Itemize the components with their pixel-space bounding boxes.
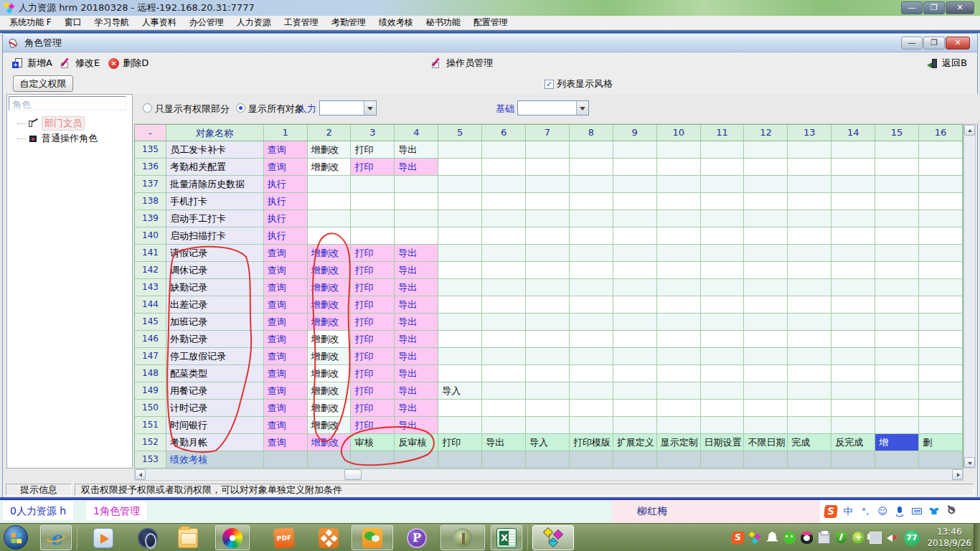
horizontal-scrollbar[interactable]	[134, 468, 963, 481]
permission-cell-col8[interactable]	[570, 365, 613, 382]
permission-cell-col10[interactable]	[657, 210, 701, 227]
permission-cell-col8[interactable]	[570, 262, 613, 279]
permission-cell-col16[interactable]	[919, 279, 963, 296]
permission-cell-col3[interactable]: 审核	[351, 434, 395, 451]
permission-cell-col10[interactable]	[657, 193, 701, 210]
permission-cell-col1[interactable]: 查询	[264, 314, 308, 331]
menu-item-1[interactable]: 系统功能 F	[3, 15, 58, 30]
permission-cell-col3[interactable]: 打印	[351, 296, 395, 314]
object-name-cell[interactable]: 出差记录	[166, 296, 264, 314]
permission-cell-col13[interactable]	[788, 245, 831, 262]
row-number-cell[interactable]: 141	[135, 245, 166, 262]
permission-cell-col11[interactable]	[701, 451, 745, 468]
scroll-right-arrow[interactable]	[952, 469, 963, 480]
row-number-cell[interactable]: 142	[135, 262, 166, 279]
permission-cell-col11[interactable]	[701, 331, 745, 348]
permission-cell-col16[interactable]	[919, 314, 963, 331]
permission-cell-col6[interactable]	[482, 210, 526, 227]
permission-cell-col8[interactable]	[570, 210, 613, 227]
permission-cell-col5[interactable]: 导入	[438, 382, 482, 400]
tree-item-label[interactable]: 部门文员	[42, 116, 85, 131]
permission-cell-col8[interactable]	[570, 176, 613, 193]
add-button[interactable]: + 新增A	[9, 55, 57, 72]
permission-cell-col5[interactable]	[438, 245, 482, 262]
permission-cell-col7[interactable]	[526, 296, 570, 314]
permission-cell-col12[interactable]	[744, 314, 788, 331]
permission-cell-col9[interactable]	[613, 451, 657, 468]
permission-cell-col3[interactable]: 打印	[351, 279, 395, 296]
permission-cell-col7[interactable]	[526, 262, 570, 279]
permission-cell-col13[interactable]	[788, 210, 831, 227]
permission-cell-col16[interactable]	[919, 400, 963, 417]
permission-cell-col16[interactable]	[919, 159, 963, 176]
radio-show-all-objects-label[interactable]: 显示所有对象	[248, 103, 304, 116]
object-name-cell[interactable]: 调休记录	[166, 262, 264, 279]
permission-cell-col5[interactable]	[438, 348, 482, 365]
row-number-cell[interactable]: 146	[135, 331, 166, 348]
permission-cell-col11[interactable]	[701, 296, 745, 314]
permission-cell-col10[interactable]	[657, 279, 701, 296]
row-number-cell[interactable]: 143	[135, 279, 166, 296]
permission-cell-col12[interactable]	[744, 382, 788, 400]
object-name-cell[interactable]: 缺勤记录	[166, 279, 264, 296]
menu-item-3[interactable]: 学习导航	[88, 15, 136, 30]
permission-cell-col1[interactable]: 查询	[264, 279, 308, 296]
permission-cell-col15[interactable]	[875, 227, 919, 245]
row-number-cell[interactable]: 144	[135, 296, 166, 314]
permission-cell-col1[interactable]: 查询	[264, 262, 308, 279]
child-close-button[interactable]: ✕	[946, 37, 970, 50]
permission-cell-col11[interactable]	[701, 210, 745, 227]
permission-cell-col11[interactable]	[701, 400, 745, 417]
notification-bell-icon[interactable]	[766, 532, 778, 544]
permission-cell-col14[interactable]	[831, 245, 875, 262]
permission-cell-col7[interactable]	[526, 365, 570, 382]
object-name-cell[interactable]: 计时记录	[166, 400, 264, 417]
permission-cell-col12[interactable]	[744, 365, 788, 382]
object-name-cell[interactable]: 考勤月帐	[166, 434, 264, 451]
permission-cell-col4[interactable]: 导出	[395, 400, 438, 417]
wrench-settings-icon[interactable]	[945, 505, 958, 518]
permission-cell-col8[interactable]	[570, 193, 613, 210]
permission-cell-col16[interactable]	[919, 245, 963, 262]
object-name-cell[interactable]: 外勤记录	[166, 331, 264, 348]
permission-cell-col13[interactable]	[788, 227, 831, 245]
permission-cell-col5[interactable]	[438, 193, 482, 210]
row-number-cell[interactable]: 136	[135, 159, 166, 176]
permission-cell-col15[interactable]	[875, 141, 919, 159]
menu-item-2[interactable]: 窗口	[58, 15, 88, 30]
permission-cell-col10[interactable]	[657, 227, 701, 245]
permission-cell-col15[interactable]	[875, 314, 919, 331]
permission-cell-col2[interactable]	[308, 210, 352, 227]
modify-button[interactable]: 修改E	[57, 55, 104, 72]
permission-cell-col16[interactable]	[919, 227, 963, 245]
start-button[interactable]	[4, 525, 28, 550]
permission-cell-col13[interactable]	[788, 417, 831, 434]
permission-cell-col12[interactable]	[744, 245, 788, 262]
row-number-cell[interactable]: 138	[135, 193, 166, 210]
menu-item-11[interactable]: 配置管理	[467, 15, 514, 30]
return-button[interactable]: 返回B	[923, 55, 971, 72]
permission-cell-col7[interactable]: 导入	[526, 434, 570, 451]
row-number-cell[interactable]: 152	[135, 434, 166, 451]
permission-cell-col1[interactable]: 查询	[264, 245, 308, 262]
permission-cell-col6[interactable]	[482, 296, 526, 314]
permission-cell-col13[interactable]	[788, 400, 831, 417]
row-number-cell[interactable]: 137	[135, 176, 166, 193]
permission-cell-col15[interactable]	[875, 331, 919, 348]
permission-cell-col6[interactable]	[482, 400, 526, 417]
permission-cell-col15[interactable]	[875, 417, 919, 434]
permission-cell-col14[interactable]	[831, 193, 875, 210]
permission-cell-col13[interactable]	[788, 296, 831, 314]
permission-cell-col9[interactable]	[613, 331, 657, 348]
permission-cell-col11[interactable]	[701, 348, 745, 365]
permission-cell-col3[interactable]: 打印	[351, 141, 395, 159]
object-name-cell[interactable]: 时间银行	[166, 417, 264, 434]
menu-item-5[interactable]: 办公管理	[183, 15, 230, 30]
permission-cell-col8[interactable]	[570, 331, 613, 348]
explorer-taskbar-button[interactable]	[172, 525, 204, 550]
permission-cell-col4[interactable]	[395, 227, 438, 245]
keyboard-icon[interactable]	[910, 505, 923, 518]
permission-cell-col12[interactable]	[744, 227, 788, 245]
custom-permission-button[interactable]: 自定义权限	[13, 75, 73, 92]
permission-cell-col6[interactable]	[482, 262, 526, 279]
